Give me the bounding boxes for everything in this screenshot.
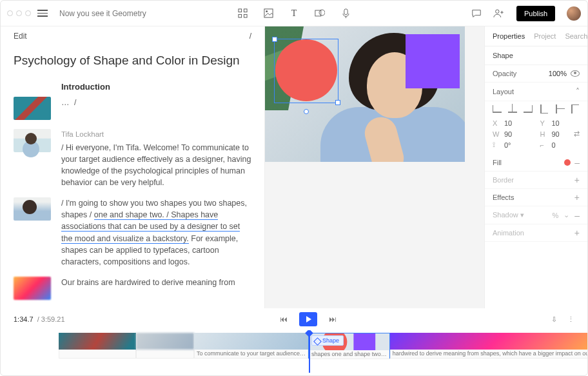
svg-rect-3 [244,14,247,17]
purple-square-shape[interactable] [406,34,460,88]
svg-rect-6 [315,10,321,16]
window-traffic-lights [7,10,31,16]
align-middle-icon[interactable] [556,104,564,114]
mic-tool-icon[interactable] [340,8,351,19]
document-body[interactable]: Psychology of Shape and Color in Design … [1,43,264,308]
timeline-playhead[interactable] [309,330,310,373]
timeline-clip[interactable] [59,333,136,359]
transform-grid: X10 Y10 W90 H90⇄ ⟟0° ⌐0 [485,117,587,154]
w-value[interactable]: 90 [504,130,512,138]
fill-color-swatch[interactable] [564,159,571,166]
grid-tool-icon[interactable] [237,8,248,19]
chevron-up-icon[interactable]: ˄ [576,87,580,96]
skip-forward-icon[interactable]: ⏭ [329,315,337,324]
traffic-max[interactable] [25,10,31,16]
timeline-shape-tag[interactable]: Shape [311,335,344,346]
clip-thumbnail[interactable] [14,277,51,300]
shape-tool-icon[interactable] [314,8,326,19]
shadow-percent-icon[interactable]: % [552,212,558,219]
skip-back-icon[interactable]: ⏮ [280,315,288,324]
tab-properties[interactable]: Properties [493,32,525,40]
app-window: Now you see it Geometry T Publish [0,0,588,376]
h-value[interactable]: 90 [552,130,560,138]
tab-project[interactable]: Project [534,32,556,40]
text-tool-icon[interactable]: T [288,8,300,19]
timeline[interactable]: To communicate to your target audience… … [1,330,587,375]
traffic-min[interactable] [16,10,22,16]
remove-fill-icon[interactable]: – [574,159,580,166]
fill-label: Fill [493,159,502,166]
time-total: 3:59.21 [41,315,65,323]
inspector-panel: Properties Project Search Shape Opacity … [484,26,587,308]
align-top-icon[interactable] [540,104,548,114]
border-row[interactable]: Border + [485,172,587,189]
transcript-text[interactable]: / Hi everyone, I'm Tifa. Welcome! To com… [61,143,251,187]
rotation-value[interactable]: 0° [504,141,511,149]
transport-bar: 1:34.7 / 3:59.21 ⏮ ⏭ ⇩ ⋮ [1,308,587,330]
tab-search[interactable]: Search [565,32,587,40]
script-editor: Edit / Psychology of Shape and Color in … [1,26,265,308]
align-left-icon[interactable] [493,105,502,113]
visibility-eye-icon[interactable] [571,70,580,77]
traffic-close[interactable] [7,10,13,16]
transcript-text[interactable]: Our brains are hardwired to derive meani… [61,278,235,287]
w-label: W [493,130,500,138]
selected-element-label: Shape [485,46,587,65]
project-title[interactable]: Now you see it Geometry [59,9,146,18]
clip-thumbnail[interactable] [14,129,51,152]
effects-label: Effects [493,193,514,201]
topbar-right: Publish [471,6,581,21]
selection-box[interactable] [274,39,338,103]
clip-caption: To communicate to your target audience… [194,350,308,359]
x-value[interactable]: 10 [504,119,512,127]
menu-burger-icon[interactable] [37,10,48,17]
fill-row[interactable]: Fill – [485,154,587,172]
shadow-visibility-icon[interactable]: ⌄ [564,211,569,219]
timeline-clip[interactable]: To communicate to your target audience… [194,333,308,359]
add-border-icon[interactable]: + [574,177,580,183]
add-effect-icon[interactable]: + [574,194,580,201]
top-toolbar: T [237,8,351,19]
speaker-label: Tifa Lockhart [61,129,251,140]
main-area: Edit / Psychology of Shape and Color in … [1,26,587,308]
remove-shadow-icon[interactable]: – [574,212,580,219]
more-menu-icon[interactable]: ⋮ [567,315,574,324]
shadow-label: Shadow ▾ [493,211,524,219]
selection-handle[interactable] [304,109,309,114]
layout-section-header[interactable]: Layout ˄ [485,83,587,101]
clip-thumbnail[interactable] [14,197,51,221]
link-dimensions-icon[interactable]: ⇄ [574,130,580,138]
image-tool-icon[interactable] [262,8,274,19]
animation-row[interactable]: Animation + [485,224,587,242]
share-people-icon[interactable] [493,8,505,18]
opacity-row[interactable]: Opacity 100% [485,65,587,83]
shadow-row[interactable]: Shadow ▾ %⌄– [485,206,587,224]
editor-mode[interactable]: Edit [14,32,27,41]
user-avatar[interactable] [567,6,581,21]
script-block: … / [14,97,251,120]
publish-button[interactable]: Publish [516,6,555,21]
align-center-icon[interactable] [508,105,517,113]
comment-icon[interactable] [471,8,482,19]
script-block: / I'm going to show you two shapes you t… [14,197,251,268]
svg-point-7 [319,10,325,15]
h-label: H [540,130,548,138]
add-animation-icon[interactable]: + [574,230,580,236]
timeline-settings-icon[interactable]: ⇩ [551,315,557,324]
rotation-label: ⟟ [493,141,500,149]
play-button[interactable] [299,312,317,326]
time-current: 1:34.7 [14,315,34,323]
y-value[interactable]: 10 [552,119,560,127]
timeline-clip[interactable]: hardwired to derive meaning from shapes,… [390,333,587,359]
timeline-clip[interactable] [136,333,194,359]
layout-label: Layout [493,88,514,95]
doc-title: Psychology of Shape and Color in Design [14,54,251,68]
opacity-value[interactable]: 100% [549,70,567,77]
corner-value[interactable]: 0 [552,141,556,149]
clip-thumbnail[interactable] [14,97,51,120]
video-stage[interactable] [265,26,465,162]
align-right-icon[interactable] [524,105,533,113]
panel-tabs: Properties Project Search [485,26,587,46]
effects-row[interactable]: Effects + [485,189,587,206]
align-bottom-icon[interactable] [571,104,579,114]
